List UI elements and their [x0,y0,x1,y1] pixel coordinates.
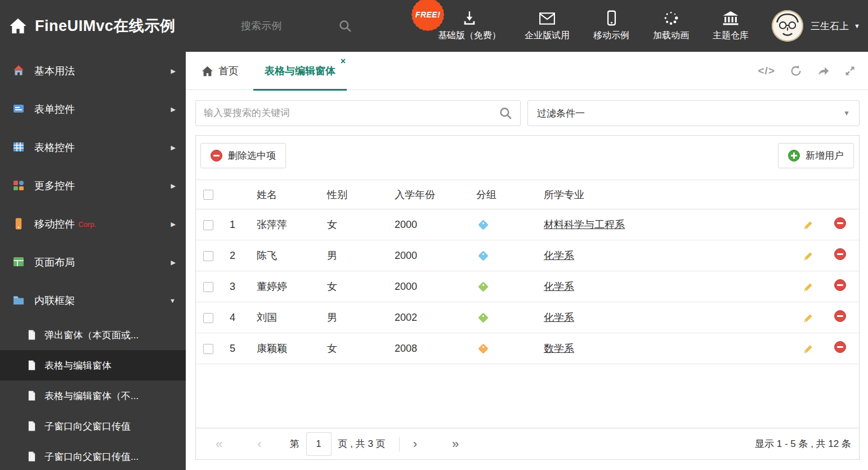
frame-icon [12,294,26,307]
menu-label: 企业版试用 [525,30,570,42]
row-checkbox[interactable] [203,344,213,354]
main-content: 首页 表格与编辑窗体 × </> 过滤条件一 [186,52,868,470]
app-title: FineUIMvc在线示例 [35,16,176,36]
column-year: 入学年份 [384,180,466,209]
menu-basic-free[interactable]: FREE! 基础版（免费） [426,0,513,52]
search-icon[interactable] [499,107,512,120]
search-icon[interactable] [339,20,352,33]
pager-first-icon[interactable]: « [216,438,222,450]
sidebar-item-grid-controls[interactable]: 表格控件 ▶ [0,128,186,167]
pager-divider [399,437,400,451]
major-link[interactable]: 化学系 [544,312,574,323]
row-checkbox[interactable] [203,282,213,292]
chevron-right-icon: ▶ [171,106,176,113]
tab-home[interactable]: 首页 [202,52,239,90]
sidebar-item-iframe[interactable]: 内联框架 ▼ [0,281,186,320]
edit-icon[interactable] [803,250,814,262]
sidebar-item-basic-usage[interactable]: 基本用法 ▶ [0,52,186,90]
edit-icon[interactable] [803,343,814,355]
sidebar-subitem-child-to-parent-2[interactable]: 子窗口向父窗口传值... [0,441,186,470]
delete-icon[interactable] [834,310,846,322]
cell-name: 刘国 [247,302,317,333]
major-link[interactable]: 数学系 [544,343,574,354]
brand[interactable]: FineUIMvc在线示例 [9,0,176,52]
edit-icon[interactable] [803,312,814,324]
edit-icon[interactable] [803,220,814,231]
top-header: FineUIMvc在线示例 FREE! 基础版（免费） 企业版试用 [0,0,868,52]
delete-icon[interactable] [834,341,846,353]
sidebar-subitem-label: 表格与编辑窗体 [44,359,111,372]
page-number-input[interactable] [306,432,332,456]
user-menu[interactable]: 三生石上 ▼ [811,20,860,33]
sidebar-item-form-controls[interactable]: 表单控件 ▶ [0,90,186,128]
tag-icon [478,313,488,323]
sidebar-item-more-controls[interactable]: 更多控件 ▶ [0,167,186,205]
view-source-icon[interactable]: </> [758,65,775,77]
sidebar-subitem-label: 子窗口向父窗口传值 [44,420,131,433]
table-row[interactable]: 3 董婷婷 女 2000 化学系 [196,271,859,302]
filter-dropdown[interactable]: 过滤条件一 ▼ [527,100,860,126]
expand-icon[interactable] [844,65,856,77]
cell-name: 康颖颖 [247,333,317,364]
table-row[interactable]: 1 张萍萍 女 2000 材料科学与工程系 [196,209,859,240]
sidebar-subitem-popup-window[interactable]: 弹出窗体（本页面或... [0,320,186,350]
delete-icon[interactable] [834,248,846,260]
spinner-icon [663,10,679,26]
keyword-search-input[interactable] [204,108,499,119]
edit-icon[interactable] [803,281,814,293]
table-row[interactable]: 4 刘国 男 2002 化学系 [196,302,859,333]
user-table: 姓名 性别 入学年份 分组 所学专业 1 张萍萍 女 2000 材料 [196,180,859,364]
home-icon [202,66,213,77]
keyword-search [195,100,521,126]
sidebar-item-mobile-controls[interactable]: 移动控件 Corp. ▶ [0,205,186,243]
tab-label: 表格与编辑窗体 [265,64,335,78]
chevron-right-icon: ▶ [171,68,176,75]
pager-last-icon[interactable]: » [452,438,459,450]
grid-toolbar: 删除选中项 新增用户 [196,136,859,180]
tab-bar: 首页 表格与编辑窗体 × </> [186,52,868,90]
filter-dropdown-value: 过滤条件一 [537,107,585,120]
cell-year: 2000 [384,209,466,240]
sidebar-item-label: 内联框架 [34,294,75,307]
corp-badge: Corp. [78,220,96,229]
sidebar-subitem-label: 弹出窗体（本页面或... [44,329,138,342]
major-link[interactable]: 化学系 [544,281,574,292]
table-row[interactable]: 5 康颖颖 女 2008 数学系 [196,333,859,364]
refresh-icon[interactable] [790,65,802,77]
delete-selected-button[interactable]: 删除选中项 [200,143,286,168]
row-checkbox[interactable] [203,220,213,230]
delete-button-label: 删除选中项 [228,149,276,162]
delete-icon[interactable] [834,279,846,291]
major-link[interactable]: 材料科学与工程系 [544,219,625,230]
menu-enterprise-trial[interactable]: 企业版试用 [513,0,581,52]
sidebar-subitem-grid-edit-window[interactable]: 表格与编辑窗体 [0,350,186,381]
record-summary: 显示 1 - 5 条 , 共 12 条 [755,437,851,450]
add-user-button[interactable]: 新增用户 [778,143,854,168]
home-logo-icon [9,17,27,34]
header-search-input[interactable] [241,20,331,32]
pager-prev-icon[interactable]: ‹ [257,438,261,450]
row-checkbox[interactable] [203,251,213,261]
file-icon [27,420,37,432]
tab-grid-edit-window[interactable]: 表格与编辑窗体 × [253,52,347,90]
column-gender: 性别 [317,180,384,209]
pager-next-icon[interactable]: › [413,438,417,450]
sidebar-subitem-grid-edit-window-2[interactable]: 表格与编辑窗体（不... [0,381,186,411]
major-link[interactable]: 化学系 [544,250,574,261]
close-icon[interactable]: × [341,57,346,66]
sidebar-item-page-layout[interactable]: 页面布局 ▶ [0,243,186,281]
row-checkbox[interactable] [203,313,213,323]
avatar[interactable] [772,10,803,42]
share-arrow-icon[interactable] [817,65,830,77]
minus-circle-icon [211,150,222,162]
plus-circle-icon [788,150,800,162]
menu-loading-animation[interactable]: 加载动画 [641,0,701,52]
row-number: 3 [218,271,247,302]
table-row[interactable]: 2 陈飞 男 2000 化学系 [196,240,859,271]
sidebar-subitem-child-to-parent[interactable]: 子窗口向父窗口传值 [0,411,186,441]
delete-icon[interactable] [834,217,846,229]
menu-mobile-demo[interactable]: 移动示例 [581,0,641,52]
sidebar-item-label: 更多控件 [34,179,75,193]
menu-theme-repo[interactable]: 主题仓库 [701,0,760,52]
select-all-checkbox[interactable] [203,190,213,200]
